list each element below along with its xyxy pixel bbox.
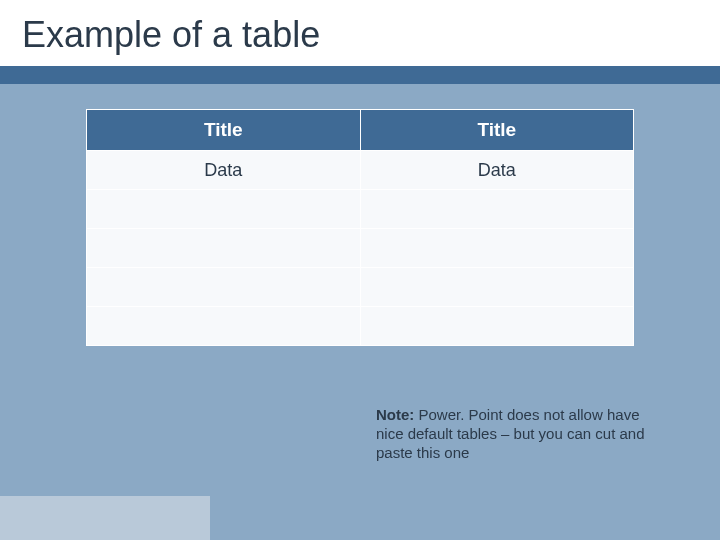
note-text: Power. Point does not allow have nice de… xyxy=(376,406,645,461)
table-row xyxy=(87,229,634,268)
table-cell xyxy=(87,268,361,307)
table-cell: Data xyxy=(360,151,634,190)
table-cell xyxy=(360,190,634,229)
table-header-cell: Title xyxy=(360,110,634,151)
title-underline-bar xyxy=(0,66,720,84)
bottom-band xyxy=(0,496,720,540)
note-box: Note: Power. Point does not allow have n… xyxy=(376,406,658,462)
table-header-row: Title Title xyxy=(87,110,634,151)
example-table-wrap: Title Title Data Data xyxy=(86,109,634,346)
page-title: Example of a table xyxy=(0,0,720,66)
bottom-band-light xyxy=(0,496,210,540)
note-label: Note: xyxy=(376,406,414,423)
table-header-cell: Title xyxy=(87,110,361,151)
table-cell xyxy=(360,268,634,307)
table-cell: Data xyxy=(87,151,361,190)
table-row xyxy=(87,268,634,307)
example-table: Title Title Data Data xyxy=(86,109,634,346)
table-cell xyxy=(87,229,361,268)
table-cell xyxy=(87,190,361,229)
title-area: Example of a table xyxy=(0,0,720,66)
table-cell xyxy=(87,307,361,346)
table-row: Data Data xyxy=(87,151,634,190)
table-row xyxy=(87,190,634,229)
slide: Example of a table Title Title Data Data xyxy=(0,0,720,540)
table-cell xyxy=(360,307,634,346)
table-cell xyxy=(360,229,634,268)
table-row xyxy=(87,307,634,346)
